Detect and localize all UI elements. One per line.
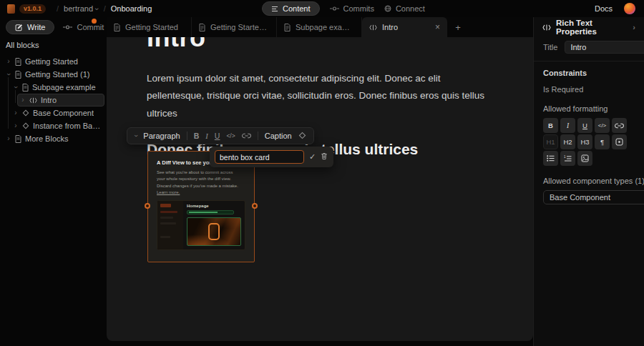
caption-button[interactable]: Caption <box>265 132 292 140</box>
sidebar-item-getting-started-1[interactable]: › Getting Started (1) <box>0 68 107 81</box>
chevron-down-icon: › <box>93 7 101 10</box>
rich-text-icon <box>369 24 377 31</box>
component-icon[interactable] <box>298 132 306 141</box>
document-title[interactable]: Intro <box>147 37 499 53</box>
toolbar-divider <box>258 132 258 140</box>
mini-status-pill <box>187 210 234 214</box>
chevron-right-icon[interactable]: › <box>13 122 19 129</box>
chevron-right-icon[interactable]: › <box>13 109 19 117</box>
chevron-down-icon[interactable]: › <box>132 134 140 137</box>
sidebar-item-base-component[interactable]: › Base Component <box>0 107 107 119</box>
constraints-heading: Constraints <box>543 69 644 77</box>
nav-commits-button[interactable]: Commits <box>330 4 374 13</box>
title-field-row: Title <box>543 41 644 54</box>
document-icon <box>15 135 21 143</box>
title-input[interactable] <box>565 41 644 54</box>
confirm-icon[interactable]: ✓ <box>309 152 316 162</box>
underline-button[interactable]: U <box>215 132 220 140</box>
resize-handle-right[interactable] <box>252 203 258 209</box>
document-icon <box>199 24 205 31</box>
mini-row <box>160 211 177 213</box>
add-tab-button[interactable]: + <box>447 17 469 37</box>
chevron-right-icon[interactable]: › <box>6 135 11 142</box>
format-h3-toggle[interactable]: H3 <box>577 134 592 149</box>
format-bullet-list-toggle[interactable] <box>543 151 558 166</box>
format-embed-toggle[interactable] <box>612 134 627 149</box>
link-button[interactable] <box>242 132 251 140</box>
italic-button[interactable]: I <box>205 132 208 140</box>
mini-selection-outline <box>208 223 220 240</box>
is-required-label: Is Required <box>543 85 583 94</box>
breadcrumb-project[interactable]: Onboarding <box>111 4 152 13</box>
chevron-down-icon[interactable]: › <box>5 71 12 77</box>
toolbar-row: Write Commit Getting Started <box>0 17 644 37</box>
sidebar-item-intro[interactable]: › Intro <box>0 94 107 107</box>
code-button[interactable]: </> <box>226 132 235 139</box>
tab-intro[interactable]: Intro × <box>362 17 447 37</box>
block-type-dropdown[interactable]: Paragraph <box>143 132 180 140</box>
docs-link[interactable]: Docs <box>595 4 613 13</box>
nav-content-button[interactable]: Content <box>262 1 320 16</box>
sidebar-item-more-blocks[interactable]: › More Blocks <box>0 132 107 145</box>
tab-subpage-example[interactable]: Subpage example <box>277 17 362 37</box>
avatar[interactable] <box>624 3 635 14</box>
chevron-right-icon[interactable]: › <box>20 97 26 104</box>
format-link-toggle[interactable] <box>612 118 627 133</box>
format-numbered-list-toggle[interactable]: 1 <box>560 151 575 166</box>
format-h2-toggle[interactable]: H2 <box>560 134 575 149</box>
top-nav: Content Commits Connect <box>262 0 425 17</box>
bold-button[interactable]: B <box>194 132 200 140</box>
image-block[interactable]: A Diff View to see your ch See what you'… <box>147 151 255 262</box>
format-underline-toggle[interactable]: U <box>577 118 592 133</box>
format-bold-toggle[interactable]: B <box>543 118 558 133</box>
mini-image-frame <box>187 217 241 246</box>
properties-panel-header: Rich Text Properties › <box>533 17 644 37</box>
tab-getting-started-1[interactable]: Getting Started (1) <box>192 17 277 37</box>
mini-main: Homepage <box>183 201 245 249</box>
write-button[interactable]: Write <box>6 20 54 34</box>
commit-button[interactable]: Commit <box>63 23 104 31</box>
sidebar-item-instance[interactable]: › Instance from Base Comp… <box>0 119 107 132</box>
component-type-tag[interactable]: Base Component ✓ <box>543 190 644 204</box>
rich-text-icon <box>29 97 37 104</box>
document-icon <box>22 84 29 92</box>
mini-heading: Homepage <box>187 204 241 208</box>
chevron-down-icon[interactable]: › <box>12 84 19 90</box>
top-bar: v1.0.1 / bertrand › / Onboarding Content… <box>0 0 644 17</box>
format-code-toggle[interactable]: </> <box>595 118 610 133</box>
chevron-right-icon[interactable]: › <box>6 58 11 65</box>
resize-handle-left[interactable] <box>145 203 150 209</box>
pencil-icon <box>15 24 23 31</box>
format-paragraph-toggle[interactable]: ¶ <box>595 134 610 149</box>
trash-icon[interactable] <box>321 152 328 162</box>
app-logo-icon <box>7 4 15 14</box>
mini-sidebar <box>157 201 183 249</box>
nav-connect-button[interactable]: Connect <box>384 4 425 13</box>
sidebar-item-getting-started[interactable]: › Getting Started <box>0 55 107 68</box>
mini-logo <box>160 204 171 207</box>
format-image-toggle[interactable] <box>577 151 592 166</box>
embedded-screenshot: Homepage <box>157 200 245 250</box>
body: All blocks › Getting Started › Getting S… <box>0 37 644 346</box>
editor-canvas[interactable]: Intro Lorem ipsum dolor sit amet, consec… <box>107 37 533 341</box>
svg-text:1: 1 <box>564 155 566 159</box>
component-tag-label: Base Component <box>550 193 610 202</box>
panel-title: Rich Text Properties <box>556 19 628 36</box>
mini-row <box>160 222 176 224</box>
globe-icon <box>384 5 391 12</box>
allowed-formatting-grid: B I U </> H1 H2 H3 ¶ 1 <box>543 118 644 166</box>
component-icon <box>22 109 29 117</box>
close-tab-icon[interactable]: × <box>435 22 440 32</box>
chevron-right-icon[interactable]: › <box>633 24 635 31</box>
breadcrumb-workspace[interactable]: bertrand › <box>64 4 99 13</box>
caption-input[interactable] <box>215 150 304 164</box>
format-h1-toggle[interactable]: H1 <box>543 134 558 149</box>
tab-getting-started[interactable]: Getting Started <box>107 17 192 37</box>
document-icon <box>284 24 291 31</box>
toolbar-divider <box>187 132 187 140</box>
sidebar-item-subpage-example[interactable]: › Subpage example <box>0 81 107 94</box>
format-italic-toggle[interactable]: I <box>560 118 575 133</box>
document-paragraph[interactable]: Lorem ipsum dolor sit amet, consectetur … <box>147 70 500 122</box>
document-icon <box>114 24 120 31</box>
mini-row <box>160 217 173 219</box>
